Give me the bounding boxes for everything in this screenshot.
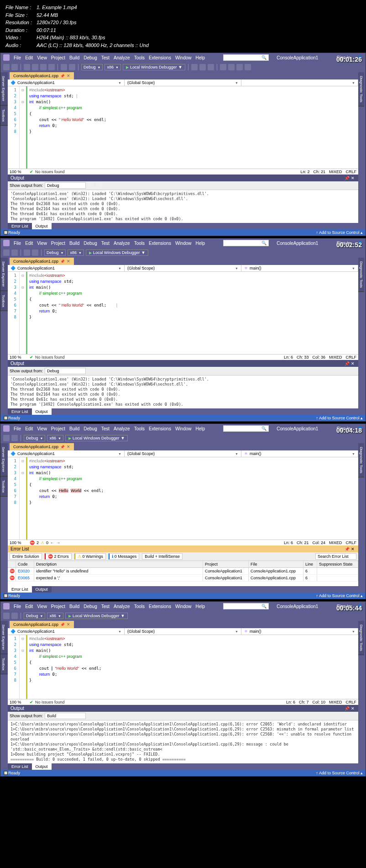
menu-help[interactable]: Help — [195, 55, 205, 60]
output-source-dropdown[interactable]: Debug — [45, 368, 86, 374]
close-icon[interactable]: ✕ — [351, 361, 356, 366]
project-scope[interactable]: 🔷ConsoleApplication1▼ — [8, 450, 125, 457]
open-button[interactable] — [32, 64, 38, 70]
save-button[interactable] — [24, 249, 30, 256]
pin-icon[interactable]: 📌 — [345, 361, 349, 366]
menu-file[interactable]: File — [14, 55, 21, 60]
config-dropdown[interactable]: Debug▼ — [44, 249, 66, 256]
warnings-filter[interactable]: ⚠0 Warnings — [74, 553, 106, 560]
menu-analyze[interactable]: Analyze — [114, 241, 130, 246]
menu-window[interactable]: Window — [175, 604, 192, 609]
member-scope[interactable]: ⚛ main()▼ — [241, 450, 358, 457]
code-editor[interactable]: 12345678 ⊟⊟ #include<iostream> using nam… — [8, 457, 358, 540]
forward-button[interactable] — [11, 613, 18, 619]
error-row[interactable]: ⛔ E0020 identifier "Hello" is undefined … — [8, 568, 358, 575]
project-scope[interactable]: 🔷ConsoleApplication1▼ — [8, 265, 125, 271]
output-text[interactable]: 1>C:\Users\mibra\source\repos\ConsoleApp… — [8, 720, 358, 763]
build-filter[interactable]: Build + IntelliSense — [142, 553, 183, 560]
code-editor[interactable]: 12345678 ⊟⊟ #include<iostream> using nam… — [8, 86, 358, 169]
pin-icon[interactable]: 📌 — [345, 706, 349, 711]
pin-icon[interactable]: 📌 — [60, 445, 65, 449]
output-tab[interactable]: Output — [32, 408, 52, 415]
output-source-dropdown[interactable]: Build — [45, 713, 86, 719]
project-scope[interactable]: 🔷ConsoleApplication1▼ — [8, 628, 125, 635]
new-button[interactable] — [24, 64, 30, 70]
menu-tools[interactable]: Tools — [134, 426, 145, 431]
pin-icon[interactable]: 📌 — [345, 547, 349, 551]
server-explorer-tab[interactable]: Server Explorer — [0, 443, 8, 476]
menu-analyze[interactable]: Analyze — [114, 426, 130, 431]
menu-edit[interactable]: Edit — [25, 55, 33, 60]
messages-filter[interactable]: ℹ0 Messages — [109, 553, 140, 560]
menu-edit[interactable]: Edit — [25, 241, 33, 246]
tb-icon[interactable] — [245, 64, 251, 70]
file-tab[interactable]: ConsoleApplication1.cpp📌✕ — [10, 72, 74, 79]
toolbox-tab[interactable]: Toolbox — [0, 654, 8, 675]
menu-extensions[interactable]: Extensions — [149, 55, 171, 60]
back-button[interactable] — [3, 435, 10, 441]
error-list-tab[interactable]: Error List — [8, 763, 32, 770]
start-debug-button[interactable]: ▶Local Windows Debugger▼ — [65, 613, 128, 619]
col-code[interactable]: Code — [16, 561, 34, 567]
start-debug-button[interactable]: ▶Local Windows Debugger▼ — [86, 249, 148, 256]
menu-test[interactable]: Test — [101, 241, 110, 246]
quick-search[interactable]: Search (Ctrl+Q)🔍 — [223, 425, 269, 432]
menu-window[interactable]: Window — [175, 426, 192, 431]
output-tab[interactable]: Output — [32, 223, 52, 229]
output-source-dropdown[interactable]: Debug — [45, 182, 86, 189]
server-explorer-tab[interactable]: Server Explorer — [0, 258, 8, 291]
tb-icon[interactable] — [236, 64, 243, 70]
menu-file[interactable]: File — [14, 604, 21, 609]
col-file[interactable]: File — [249, 561, 303, 567]
error-list-tab[interactable]: Error List — [8, 586, 32, 593]
pin-icon[interactable]: 📌 — [60, 623, 65, 627]
error-search[interactable]: Search Error List — [315, 553, 356, 560]
menu-edit[interactable]: Edit — [25, 604, 33, 609]
member-scope[interactable]: ⚛ main()▼ — [241, 628, 358, 635]
global-scope[interactable]: (Global Scope)▼ — [125, 450, 241, 457]
col-line[interactable]: Line — [303, 561, 317, 567]
menu-debug[interactable]: Debug — [84, 604, 97, 609]
toolbox-tab[interactable]: Toolbox — [0, 291, 8, 312]
menu-test[interactable]: Test — [101, 55, 110, 60]
start-debug-button[interactable]: ▶Local Windows Debugger▼ — [65, 435, 128, 441]
menu-build[interactable]: Build — [69, 426, 79, 431]
config-dropdown[interactable]: Debug▼ — [24, 613, 45, 619]
save-all-button[interactable] — [48, 64, 55, 70]
menu-project[interactable]: Project — [51, 241, 65, 246]
menu-file[interactable]: File — [14, 426, 21, 431]
menu-edit[interactable]: Edit — [25, 426, 33, 431]
menu-view[interactable]: View — [37, 55, 47, 60]
pin-icon[interactable]: 📌 — [345, 176, 349, 180]
quick-search[interactable]: Search (Ctrl+Q)🔍 — [223, 240, 269, 246]
menu-build[interactable]: Build — [69, 55, 79, 60]
quick-search[interactable]: Search (Ctrl+Q)🔍 — [223, 54, 269, 61]
close-icon[interactable]: ✕ — [67, 259, 70, 264]
close-icon[interactable]: ✕ — [351, 706, 356, 711]
menu-analyze[interactable]: Analyze — [114, 55, 130, 60]
tb-icon[interactable] — [228, 64, 235, 70]
menu-view[interactable]: View — [37, 604, 47, 609]
pin-icon[interactable]: 📌 — [60, 74, 65, 78]
tb-icon[interactable] — [96, 182, 102, 189]
forward-button[interactable] — [11, 249, 18, 256]
config-dropdown[interactable]: Debug▼ — [81, 64, 103, 70]
menu-help[interactable]: Help — [195, 604, 205, 609]
col-supp[interactable]: Suppression State — [317, 561, 358, 567]
menu-debug[interactable]: Debug — [84, 55, 97, 60]
platform-dropdown[interactable]: x86▼ — [105, 64, 120, 70]
save-all-button[interactable] — [32, 249, 38, 256]
save-button[interactable] — [40, 64, 47, 70]
scope-filter[interactable]: Entire Solution — [10, 553, 42, 560]
config-dropdown[interactable]: Debug▼ — [24, 435, 45, 441]
global-scope[interactable]: (Global Scope)▼ — [125, 265, 241, 271]
menu-tools[interactable]: Tools — [134, 55, 145, 60]
output-tab[interactable]: Output — [32, 763, 52, 770]
menu-extensions[interactable]: Extensions — [149, 604, 171, 609]
server-explorer-tab[interactable]: Server Explorer — [0, 72, 8, 106]
server-explorer-tab[interactable]: Server Explorer — [0, 621, 8, 654]
diagnostic-tools-tab[interactable]: Diagnostic Tools — [358, 443, 364, 477]
diagnostic-tools-tab[interactable]: Diagnostic Tools — [358, 72, 364, 106]
error-list-tab[interactable]: Error List — [8, 408, 32, 415]
back-button[interactable] — [3, 613, 10, 619]
